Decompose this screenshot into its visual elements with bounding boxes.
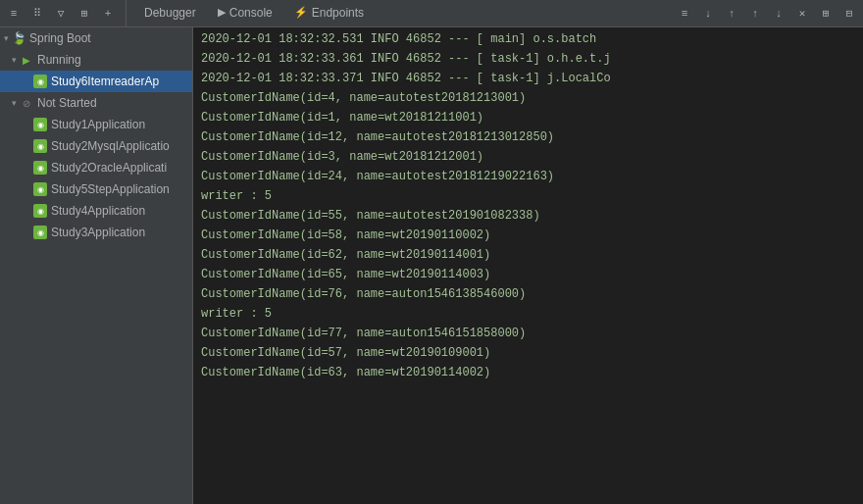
study6-icon: ◉ [32, 74, 48, 89]
toolbar-btn-down2[interactable]: ↓ [769, 4, 788, 24]
tree-item-running[interactable]: ▾ ▶ Running [0, 49, 192, 71]
console-line-8: writer : 5 [193, 186, 863, 206]
toolbar-btn-1[interactable]: ≡ [4, 4, 24, 24]
toolbar-btn-menu[interactable]: ≡ [675, 4, 694, 24]
console-line-5: CustomerIdName(id=12, name=autotest20181… [193, 127, 863, 147]
toolbar-btn-up2[interactable]: ↑ [745, 4, 765, 24]
console-line-2: 2020-12-01 18:32:33.371 INFO 46852 --- [… [193, 69, 863, 88]
study4-icon: ◉ [32, 203, 48, 219]
console-line-4: CustomerIdName(id=1, name=wt20181211001) [193, 108, 863, 127]
toolbar-btn-scroll-down[interactable]: ↓ [698, 4, 718, 24]
study3-label: Study3Application [51, 226, 145, 239]
tree-item-study1[interactable]: ▶ ◉ Study1Application [0, 114, 192, 135]
tree-item-study5step[interactable]: ▶ ◉ Study5StepApplication [0, 178, 192, 200]
tree-item-study4[interactable]: ▶ ◉ Study4Application [0, 200, 192, 222]
tree-item-study2oracle[interactable]: ▶ ◉ Study2OracleApplicati [0, 157, 192, 178]
toolbar: ≡ ⠿ ▽ ⊞ + Debugger ▶ Console ⚡ Endpoints… [0, 0, 863, 27]
console-line-15: CustomerIdName(id=77, name=auton15461518… [193, 324, 863, 343]
console-line-14: writer : 5 [193, 304, 863, 324]
tab-console[interactable]: ▶ Console [208, 0, 282, 26]
chevron-running: ▾ [12, 55, 17, 65]
debugger-tab-label: Debugger [144, 6, 196, 20]
console-tab-icon: ▶ [218, 6, 226, 19]
not-started-icon: ⊘ [19, 95, 34, 111]
console-line-1: 2020-12-01 18:32:33.361 INFO 46852 --- [… [193, 49, 863, 69]
study1-icon: ◉ [32, 117, 48, 132]
console-line-3: CustomerIdName(id=4, name=autotest201812… [193, 88, 863, 108]
console-tab-label: Console [229, 6, 273, 20]
left-panel: ▾ 🍃 Spring Boot ▾ ▶ Running ▶ ◉ Study6It… [0, 27, 193, 504]
study5step-icon: ◉ [32, 181, 48, 197]
spring-boot-label: Spring Boot [29, 31, 91, 45]
toolbar-btn-collapse[interactable]: ⊟ [839, 4, 859, 24]
study1-label: Study1Application [51, 118, 145, 131]
tree-item-not-started[interactable]: ▾ ⊘ Not Started [0, 92, 192, 114]
toolbar-right-buttons: ≡ ↓ ↑ ↑ ↓ ✕ ⊞ ⊟ [667, 4, 859, 24]
study2oracle-label: Study2OracleApplicati [51, 161, 167, 175]
study6-label: Study6ItemreaderAp [51, 75, 159, 88]
console-line-9: CustomerIdName(id=55, name=autotest20190… [193, 206, 863, 226]
running-label: Running [37, 53, 81, 67]
toolbar-btn-settings[interactable]: ⊞ [75, 4, 94, 24]
console-line-0: 2020-12-01 18:32:32.531 INFO 46852 --- [… [193, 29, 863, 49]
study2mysql-label: Study2MysqlApplicatio [51, 139, 170, 153]
chevron-not-started: ▾ [12, 98, 17, 108]
toolbar-btn-add[interactable]: + [98, 4, 118, 24]
toolbar-btn-expand[interactable]: ⊞ [816, 4, 836, 24]
study5step-label: Study5StepApplication [51, 182, 170, 196]
not-started-label: Not Started [37, 96, 97, 110]
toolbar-btn-scroll-up[interactable]: ↑ [722, 4, 741, 24]
endpoints-tab-label: Endpoints [312, 6, 364, 20]
tree-item-spring-boot[interactable]: ▾ 🍃 Spring Boot [0, 27, 192, 49]
console-line-11: CustomerIdName(id=62, name=wt20190114001… [193, 245, 863, 265]
toolbar-btn-2[interactable]: ⠿ [27, 4, 47, 24]
console-line-6: CustomerIdName(id=3, name=wt20181212001) [193, 147, 863, 167]
tree-item-study2mysql[interactable]: ▶ ◉ Study2MysqlApplicatio [0, 135, 192, 157]
running-icon: ▶ [19, 52, 34, 68]
console-line-17: CustomerIdName(id=63, name=wt20190114002… [193, 363, 863, 382]
toolbar-tabs: Debugger ▶ Console ⚡ Endpoints [127, 0, 374, 26]
study3-icon: ◉ [32, 225, 48, 240]
study2oracle-icon: ◉ [32, 160, 48, 176]
tree-item-study6[interactable]: ▶ ◉ Study6ItemreaderAp [0, 71, 192, 92]
tree-item-study3[interactable]: ▶ ◉ Study3Application [0, 222, 192, 243]
study4-label: Study4Application [51, 204, 145, 218]
console-line-13: CustomerIdName(id=76, name=auton15461385… [193, 284, 863, 304]
console-line-10: CustomerIdName(id=58, name=wt20190110002… [193, 226, 863, 245]
console-line-12: CustomerIdName(id=65, name=wt20190114003… [193, 265, 863, 284]
main-content: ▾ 🍃 Spring Boot ▾ ▶ Running ▶ ◉ Study6It… [0, 27, 863, 504]
tab-endpoints[interactable]: ⚡ Endpoints [284, 0, 374, 26]
chevron-spring-boot: ▾ [4, 33, 9, 43]
tab-debugger[interactable]: Debugger [134, 0, 206, 26]
spring-boot-icon: 🍃 [11, 30, 26, 46]
console-panel[interactable]: 2020-12-01 18:32:32.531 INFO 46852 --- [… [193, 27, 863, 504]
console-line-7: CustomerIdName(id=24, name=autotest20181… [193, 167, 863, 186]
toolbar-btn-filter[interactable]: ▽ [51, 4, 71, 24]
endpoints-tab-icon: ⚡ [294, 6, 308, 19]
console-line-16: CustomerIdName(id=57, name=wt20190109001… [193, 343, 863, 363]
toolbar-left-buttons: ≡ ⠿ ▽ ⊞ + [4, 0, 127, 26]
toolbar-btn-close[interactable]: ✕ [792, 4, 812, 24]
study2mysql-icon: ◉ [32, 138, 48, 154]
